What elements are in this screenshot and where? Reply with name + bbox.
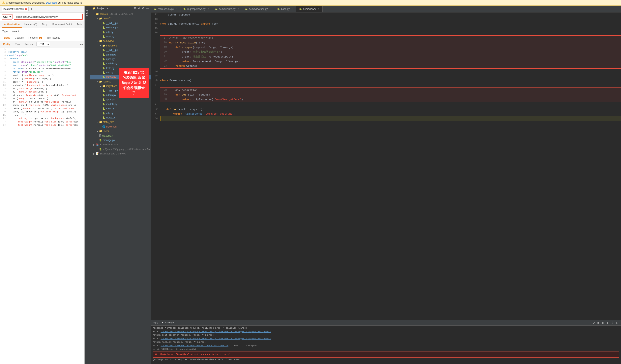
tree-db-sqlite3[interactable]: 🗄 db.sqlite3 bbox=[90, 134, 151, 138]
tree-reqresp-apps[interactable]: 🐍 apps.py bbox=[90, 97, 151, 102]
tab-body[interactable]: Body bbox=[40, 21, 50, 28]
gear-icon[interactable]: ⚙ bbox=[142, 7, 145, 10]
url-input[interactable] bbox=[14, 14, 83, 20]
stop-button[interactable]: ■ bbox=[597, 321, 600, 325]
sync-icon[interactable]: ⇄ bbox=[138, 7, 140, 10]
run-panel: Run: ▶ manage ↺ ■ ⏸ ▶ ⇩ ⊟ bbox=[151, 320, 621, 364]
tree-reqresp-models[interactable]: 🐍 models.py bbox=[90, 102, 151, 106]
editor-tab-reqresp-urls[interactable]: 🐍 reqresp/urls.py ✕ bbox=[151, 6, 180, 12]
python-icon: 🐍 bbox=[102, 75, 105, 79]
tree-external-libs[interactable]: ▶ 📚 External Libraries bbox=[90, 142, 151, 147]
tree-urls-1[interactable]: 🐍 urls.py bbox=[90, 30, 151, 34]
tab-close-icon[interactable]: ✕ bbox=[207, 8, 209, 10]
request-row: GET ▾ bbox=[0, 13, 84, 21]
run-tab-manage[interactable]: ▶ manage bbox=[159, 320, 176, 325]
tree-init-1[interactable]: 🐍 __init__.py bbox=[90, 21, 151, 25]
tree-migrations-1[interactable]: ▶ 📁 migrations bbox=[90, 43, 151, 48]
run-output-line-6: File "/Users/meihao/Desktop/ee02/demo02/… bbox=[153, 344, 619, 348]
tab-headers[interactable]: Headers (1) bbox=[22, 21, 39, 28]
tree-demo02-inner[interactable]: ▾ 📁 demo02 bbox=[90, 16, 151, 21]
editor-tab-demoview-v[interactable]: 🐍 demoview/v ✕ bbox=[296, 6, 322, 12]
settings-icon[interactable]: ⚙ bbox=[134, 7, 136, 10]
body-tab-cookies[interactable]: Cookies bbox=[13, 35, 26, 41]
tree-name-settings: settings.py bbox=[106, 26, 118, 30]
editor-tab-base[interactable]: 🐍 base.py ✕ bbox=[274, 6, 296, 12]
tree-name-demo02: demo02 bbox=[103, 16, 112, 20]
tree-index-html[interactable]: 🌐 index.html bbox=[90, 125, 151, 129]
tree-static-files[interactable]: ▾ 📁 static_files bbox=[90, 120, 151, 124]
root-path: ~/Desktop/ee02/demo02 bbox=[109, 12, 133, 16]
tree-reqresp-urls[interactable]: 🐍 urls.py bbox=[90, 111, 151, 115]
body-tab-body[interactable]: Body bbox=[2, 35, 13, 41]
format-pretty-button[interactable]: Pretty bbox=[2, 42, 12, 46]
tree-name-demoview-admin: admin.py bbox=[106, 53, 116, 57]
tab-pre-request[interactable]: Pre-request Script bbox=[50, 21, 74, 28]
format-type-select[interactable]: HTML JSON XML Text bbox=[36, 42, 50, 47]
download-link[interactable]: Download bbox=[46, 1, 57, 4]
tree-scratches[interactable]: ▶ 📝 Scratches and Consoles bbox=[90, 151, 151, 156]
run-icon: ▶ bbox=[162, 321, 164, 324]
tree-demoview-admin[interactable]: 🐍 admin.py bbox=[90, 52, 151, 57]
tree-demoview[interactable]: ▾ 📁 demoview bbox=[90, 39, 151, 43]
editor-line-25: 25 bbox=[151, 74, 621, 78]
folder-icon: 📁 bbox=[99, 80, 102, 84]
editor-tab-reqresp-views[interactable]: 🐍 reqresp/views.py ✕ bbox=[180, 6, 212, 12]
python-tab-icon: 🐍 bbox=[215, 8, 218, 10]
tree-settings[interactable]: 🐍 settings.py bbox=[90, 25, 151, 30]
tree-demoview-models[interactable]: 🐍 models.py bbox=[90, 61, 151, 66]
body-tab-test-results[interactable]: Test Results bbox=[45, 35, 62, 41]
tree-demoview-init[interactable]: 🐍 __init__.py bbox=[90, 48, 151, 52]
side-label-project[interactable]: 1: Project bbox=[86, 8, 88, 16]
restart-button[interactable]: ↺ bbox=[592, 321, 596, 325]
tree-reqresp-views[interactable]: 🐍 views.py bbox=[90, 115, 151, 120]
tree-demoview-apps[interactable]: 🐍 apps.py bbox=[90, 57, 151, 61]
scroll-end-button[interactable]: ⇩ bbox=[611, 321, 615, 325]
editor-line-12: 12 return response bbox=[151, 13, 621, 17]
pause-button[interactable]: ⏸ bbox=[601, 321, 605, 325]
tree-name-reqresp-views: views.py bbox=[106, 116, 115, 120]
method-select[interactable]: GET ▾ bbox=[2, 14, 13, 19]
editor-line-19: 19 def wrapper(request, *args, **kwargs)… bbox=[160, 45, 621, 50]
editor-tab-demoview-urls[interactable]: 🐍 demoview/urls.py ✕ bbox=[242, 6, 274, 12]
tab-authorization[interactable]: Authorization bbox=[2, 21, 22, 28]
format-raw-button[interactable]: Raw bbox=[13, 42, 21, 46]
browser-tab[interactable]: localhost:8000/dem bbox=[2, 7, 29, 11]
wrap-button[interactable]: ⇔ bbox=[80, 42, 83, 46]
format-preview-button[interactable]: Preview bbox=[23, 42, 35, 46]
python-icon: 🐍 bbox=[99, 138, 102, 142]
minimize-icon[interactable]: — bbox=[146, 7, 149, 10]
python-icon: 🐍 bbox=[102, 93, 105, 97]
resume-button[interactable]: ▶ bbox=[606, 321, 610, 325]
tree-reqresp-tests[interactable]: 🐍 tests.py bbox=[90, 106, 151, 111]
path-link-3[interactable]: /Users/meihao/Desktop/ee02/demo02/demovi… bbox=[161, 345, 228, 347]
python-icon: 🐍 bbox=[102, 35, 105, 39]
tab-close-icon[interactable]: ✕ bbox=[270, 8, 271, 10]
run-tab-label: manage bbox=[165, 321, 174, 324]
editor-line-13: 13 bbox=[151, 17, 621, 21]
path-link-1[interactable]: /Users/meihao/workspace/django_ee02/lib/… bbox=[161, 331, 271, 333]
code-line-6: 6 <meta name="robots" content="NONE,NOAR… bbox=[0, 64, 84, 67]
tree-name-db-sqlite3: db.sqlite3 bbox=[102, 134, 113, 138]
editor-tab-demo02-urls[interactable]: 🐍 demo02/urls.py ✕ bbox=[212, 6, 242, 12]
python-tab-icon: 🐍 bbox=[299, 8, 302, 10]
tab-tests[interactable]: Tests bbox=[74, 21, 85, 28]
tree-name-static-files: static_files bbox=[103, 120, 114, 124]
tab-close-icon[interactable]: ✕ bbox=[292, 8, 293, 10]
tree-users[interactable]: ▶ 📁 users bbox=[90, 129, 151, 133]
path-link-2[interactable]: /Users/meihao/workspace/django_ee02/lib/… bbox=[161, 337, 271, 340]
tab-close-icon[interactable]: ✕ bbox=[176, 8, 177, 10]
editor-line-27: 27 bbox=[151, 83, 621, 87]
tree-root-demo02[interactable]: ▾ 📁 demo02 ~/Desktop/ee02/demo02 bbox=[90, 12, 151, 16]
tree-manage-py[interactable]: 🐍 manage.py bbox=[90, 138, 151, 142]
body-tab-headers[interactable]: Headers 6 bbox=[26, 35, 44, 41]
python-icon: 🐍 bbox=[102, 62, 105, 65]
more-options-button[interactable]: ··· bbox=[34, 7, 39, 11]
tree-name-reqresp-urls: urls.py bbox=[106, 111, 113, 115]
tab-close-icon[interactable]: ✕ bbox=[318, 8, 320, 10]
add-tab-button[interactable]: + bbox=[30, 7, 33, 11]
tree-python36[interactable]: 🐍 < Python 3.6 (django_ee02) > /Users/me… bbox=[90, 147, 151, 151]
tab-close-icon[interactable]: ✕ bbox=[237, 8, 239, 10]
tree-wsgi[interactable]: 🐍 wsgi.py bbox=[90, 34, 151, 39]
filter-button[interactable]: ⊟ bbox=[615, 321, 619, 325]
python-tab-icon: 🐍 bbox=[277, 8, 280, 10]
